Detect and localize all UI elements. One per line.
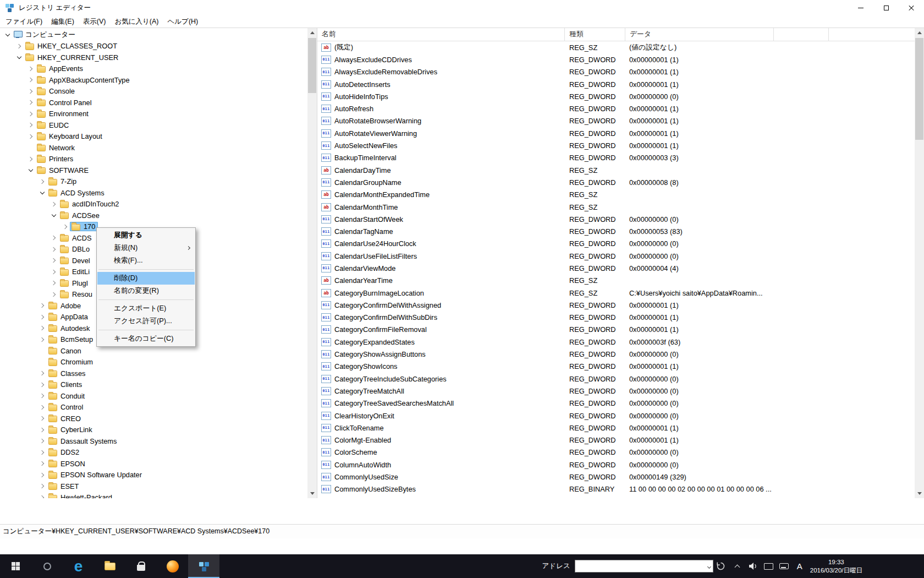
chevron-collapsed-icon[interactable]: [50, 279, 58, 287]
chevron-collapsed-icon[interactable]: [38, 426, 47, 434]
chevron-collapsed-icon[interactable]: [15, 42, 24, 51]
chevron-collapsed-icon[interactable]: [38, 369, 47, 378]
scroll-up-icon[interactable]: [915, 28, 924, 37]
chevron-collapsed-icon[interactable]: [38, 391, 47, 400]
tree-item[interactable]: Network: [0, 142, 307, 154]
tree-item[interactable]: Chromium: [0, 357, 307, 368]
registry-value-row[interactable]: 011ColorMgt-EnabledREG_DWORD0x00000001 (…: [317, 434, 915, 446]
tray-overflow-icon[interactable]: [732, 564, 743, 569]
edge-taskbar-button[interactable]: e: [63, 554, 94, 578]
column-header[interactable]: データ: [625, 28, 774, 41]
menubar-item[interactable]: ファイル(F): [1, 15, 47, 28]
tablet-mode-icon[interactable]: [764, 563, 773, 570]
chevron-collapsed-icon[interactable]: [38, 313, 47, 321]
scroll-down-icon[interactable]: [307, 489, 317, 498]
chevron-collapsed-icon[interactable]: [38, 459, 47, 468]
tree-item[interactable]: CyberLink: [0, 424, 307, 436]
chevron-collapsed-icon[interactable]: [50, 245, 58, 254]
tree-vertical-scrollbar[interactable]: [307, 28, 317, 498]
tree-item[interactable]: AppXBackupContentType: [0, 74, 307, 86]
tree-item[interactable]: ACDSee: [0, 210, 307, 221]
tree-item[interactable]: DDS2: [0, 447, 307, 459]
registry-value-row[interactable]: 011AutoRefreshREG_DWORD0x00000001 (1): [317, 102, 915, 114]
registry-value-row[interactable]: 011CalendarGroupNameREG_DWORD0x00000008 …: [317, 176, 915, 188]
tree-item[interactable]: コンピューター: [0, 29, 307, 41]
tree-item[interactable]: EPSON Software Updater: [0, 470, 307, 481]
tree-item[interactable]: acdIDInTouch2: [0, 199, 307, 210]
chevron-collapsed-icon[interactable]: [50, 268, 58, 276]
tree-item[interactable]: ACD Systems: [0, 187, 307, 199]
chevron-collapsed-icon[interactable]: [38, 177, 47, 186]
registry-value-row[interactable]: 011ColumnAutoWidthREG_DWORD0x00000000 (0…: [317, 459, 915, 471]
chevron-collapsed-icon[interactable]: [26, 121, 35, 129]
registry-value-row[interactable]: abCalendarYearTimeREG_SZ: [317, 275, 915, 287]
clock[interactable]: 19:33 2016/03/20/日曜日: [810, 558, 862, 574]
chevron-collapsed-icon[interactable]: [26, 87, 35, 96]
registry-value-row[interactable]: 011CategoryTreeMatchAllREG_DWORD0x000000…: [317, 385, 915, 397]
menubar-item[interactable]: 編集(E): [47, 15, 79, 28]
registry-value-row[interactable]: abCategoryBurnImageLocationREG_SZC:¥User…: [317, 287, 915, 299]
chevron-collapsed-icon[interactable]: [26, 155, 35, 163]
registry-value-row[interactable]: 011CalendarUseFileListFiltersREG_DWORD0x…: [317, 250, 915, 262]
registry-value-row[interactable]: 011CalendarTagNameREG_DWORD0x00000053 (8…: [317, 225, 915, 237]
tree-item[interactable]: 7-Zip: [0, 176, 307, 188]
context-menu-item[interactable]: キー名のコピー(C): [97, 332, 195, 345]
chevron-collapsed-icon[interactable]: [26, 110, 35, 118]
chevron-collapsed-icon[interactable]: [26, 132, 35, 141]
context-menu-item[interactable]: 削除(D): [97, 272, 195, 285]
registry-value-row[interactable]: 011CategoryShowIconsREG_DWORD0x00000001 …: [317, 361, 915, 373]
registry-value-row[interactable]: 011CommonlyUsedSizeBytesREG_BINARY11 00 …: [317, 483, 915, 495]
store-taskbar-button[interactable]: [125, 554, 157, 578]
column-header[interactable]: 名前: [317, 28, 565, 41]
registry-value-row[interactable]: 011BackupTimeIntervalREG_DWORD0x00000003…: [317, 152, 915, 164]
address-go-button[interactable]: [716, 561, 725, 571]
menubar-item[interactable]: ヘルプ(H): [163, 15, 203, 28]
tree-item[interactable]: ESET: [0, 481, 307, 492]
chevron-collapsed-icon[interactable]: [50, 256, 58, 265]
chevron-expanded-icon[interactable]: [50, 211, 58, 220]
tree-item[interactable]: Keyboard Layout: [0, 131, 307, 143]
registry-value-row[interactable]: 011ColorSchemeREG_DWORD0x00000000 (0): [317, 446, 915, 459]
search-button[interactable]: [31, 554, 63, 578]
registry-value-row[interactable]: 011AutoHideInfoTipsREG_DWORD0x00000000 (…: [317, 90, 915, 102]
scroll-up-icon[interactable]: [307, 28, 317, 37]
registry-value-row[interactable]: 011CommonlyUsedSizeREG_DWORD0x00000149 (…: [317, 471, 915, 483]
context-menu-item[interactable]: 名前の変更(R): [97, 285, 195, 297]
chevron-collapsed-icon[interactable]: [38, 414, 47, 423]
chevron-expanded-icon[interactable]: [15, 53, 24, 62]
chevron-collapsed-icon[interactable]: [38, 301, 47, 310]
chevron-collapsed-icon[interactable]: [26, 75, 35, 84]
registry-value-row[interactable]: 011AutoRotateBrowserWarningREG_DWORD0x00…: [317, 115, 915, 127]
menubar-item[interactable]: 表示(V): [79, 15, 111, 28]
maximize-button[interactable]: [873, 0, 899, 15]
tree-item[interactable]: EUDC: [0, 119, 307, 131]
registry-value-row[interactable]: 011CategoryConfirmDelWithSubDirsREG_DWOR…: [317, 312, 915, 324]
registry-value-row[interactable]: 011CategoryTreeIncludeSubCategoriesREG_D…: [317, 373, 915, 385]
tree-item[interactable]: HKEY_CLASSES_ROOT: [0, 41, 307, 52]
registry-value-row[interactable]: 011AutoSelectNewFilesREG_DWORD0x00000001…: [317, 139, 915, 151]
context-menu-item[interactable]: 検索(F)...: [97, 254, 195, 267]
registry-value-row[interactable]: abCalendarMonthExpandedTimeREG_SZ: [317, 189, 915, 201]
registry-value-row[interactable]: 011CalendarStartOfWeekREG_DWORD0x0000000…: [317, 213, 915, 225]
registry-value-row[interactable]: 011CategoryShowAssignButtonsREG_DWORD0x0…: [317, 348, 915, 360]
chevron-expanded-icon[interactable]: [26, 166, 35, 175]
chevron-collapsed-icon[interactable]: [50, 233, 58, 242]
registry-value-row[interactable]: 011AlwaysExcludeCDDrivesREG_DWORD0x00000…: [317, 53, 915, 66]
firefox-taskbar-button[interactable]: [157, 554, 188, 578]
chevron-collapsed-icon[interactable]: [26, 64, 35, 73]
tree-item[interactable]: Printers: [0, 154, 307, 165]
registry-value-row[interactable]: abCalendarDayTimeREG_SZ: [317, 164, 915, 176]
chevron-expanded-icon[interactable]: [3, 30, 12, 39]
tree-item[interactable]: Dassault Systems: [0, 435, 307, 447]
regedit-taskbar-button[interactable]: [188, 554, 219, 578]
chevron-collapsed-icon[interactable]: [38, 482, 47, 490]
chevron-collapsed-icon[interactable]: [26, 98, 35, 107]
tree-item[interactable]: EPSON: [0, 458, 307, 470]
context-menu-item[interactable]: エクスポート(E): [97, 302, 195, 315]
tree-item[interactable]: Hewlett-Packard: [0, 492, 307, 499]
close-button[interactable]: [899, 0, 924, 15]
tree-item[interactable]: Console: [0, 86, 307, 97]
registry-value-row[interactable]: 011CategoryTreeSavedSearchesMatchAllREG_…: [317, 397, 915, 410]
start-button[interactable]: [0, 554, 31, 578]
chevron-collapsed-icon[interactable]: [38, 471, 47, 479]
